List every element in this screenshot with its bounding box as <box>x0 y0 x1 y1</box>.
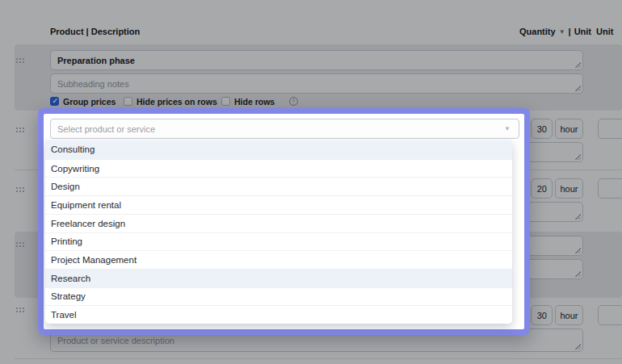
spotlight-highlight: Select product or service ▼ Consulting C… <box>38 108 530 335</box>
line-items-editor: Product | Description Quantity ▼ | Unit … <box>0 0 622 364</box>
spotlight-panel: Select product or service ▼ Consulting C… <box>44 114 524 329</box>
dropdown-option-consulting[interactable]: Consulting <box>45 140 512 159</box>
chevron-down-icon: ▼ <box>504 125 511 132</box>
dropdown-option-copywriting[interactable]: Copywriting <box>45 159 512 178</box>
product-select-placeholder: Select product or service <box>57 124 504 134</box>
product-select-input[interactable]: Select product or service ▼ <box>50 119 519 139</box>
dropdown-option-printing[interactable]: Printing <box>45 232 512 251</box>
dropdown-option-freelancer-design[interactable]: Freelancer design <box>45 214 512 232</box>
dropdown-option-strategy[interactable]: Strategy <box>45 287 512 306</box>
product-select-dropdown: Consulting Copywriting Design Equipment … <box>45 140 512 324</box>
dropdown-option-project-management[interactable]: Project Management <box>45 250 512 269</box>
dropdown-option-design[interactable]: Design <box>45 177 512 195</box>
dropdown-option-travel[interactable]: Travel <box>45 305 512 324</box>
dropdown-option-research[interactable]: Research <box>45 269 512 287</box>
dropdown-option-equipment-rental[interactable]: Equipment rental <box>45 195 512 214</box>
